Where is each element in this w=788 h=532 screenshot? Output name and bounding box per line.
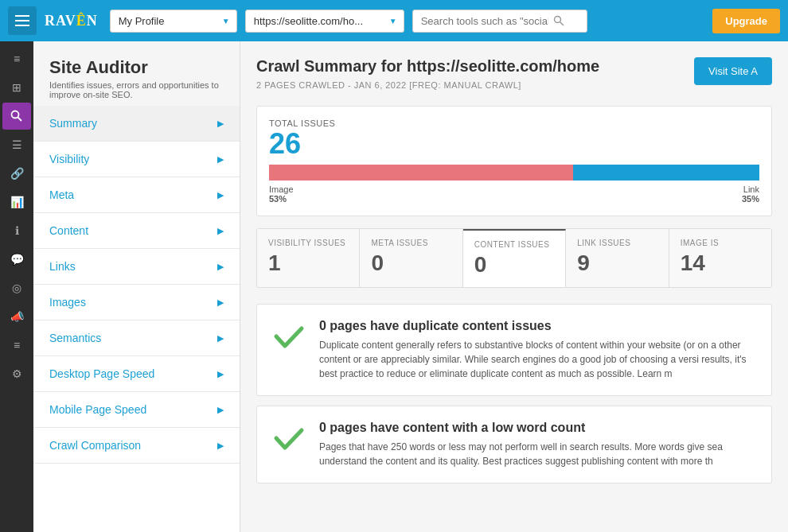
result-text-duplicate: Duplicate content generally refers to su…: [319, 338, 757, 381]
sidebar-item-meta[interactable]: Meta ▶: [33, 177, 240, 213]
total-issues-label: TOTAL ISSUES: [269, 118, 759, 128]
bar-labels: Image53% Link35%: [269, 184, 759, 204]
sidebar-arrow-visibility: ▶: [217, 154, 224, 165]
issue-card-visibility[interactable]: VISIBILITY ISSUES 1: [257, 229, 360, 287]
profile-dropdown-arrow: ▼: [222, 17, 230, 25]
sidebar-arrow-content: ▶: [217, 226, 224, 236]
issue-card-content[interactable]: CONTENT ISSUES 0: [463, 229, 566, 287]
visit-site-button[interactable]: Visit Site A: [694, 57, 772, 85]
content-issues-label: CONTENT ISSUES: [474, 240, 554, 249]
svg-point-2: [12, 111, 19, 118]
sidebar-icon-charts[interactable]: 📊: [2, 188, 31, 216]
issue-card-image[interactable]: IMAGE IS 14: [669, 229, 771, 287]
result-item-duplicate-content: 0 pages have duplicate content issues Du…: [256, 304, 772, 396]
sidebar-item-summary[interactable]: Summary ▶: [33, 106, 240, 142]
link-issues-number: 9: [577, 250, 657, 276]
sidebar-icon-chat[interactable]: 💬: [2, 246, 31, 273]
issues-bar: [269, 165, 759, 181]
issue-cards-row: VISIBILITY ISSUES 1 META ISSUES 0 CONTEN…: [256, 228, 772, 288]
sidebar-arrow-summary: ▶: [217, 118, 224, 129]
result-title-word-count: 0 pages have content with a low word cou…: [319, 421, 757, 435]
sidebar-item-links[interactable]: Links ▶: [33, 249, 240, 285]
sidebar-arrow-images: ▶: [217, 297, 224, 308]
sidebar-icon-dashboard[interactable]: ⊞: [2, 74, 31, 101]
app-logo: RAVÊN: [45, 13, 98, 29]
sidebar-label-visibility: Visibility: [49, 153, 89, 165]
sidebar-icon-menu[interactable]: ≡: [2, 45, 31, 72]
url-dropdown[interactable]: https://seolitte.com/ho... ▼: [245, 10, 404, 33]
sidebar-icon-reports[interactable]: ☰: [2, 131, 31, 158]
sidebar-icon-links[interactable]: 🔗: [2, 160, 31, 187]
icon-sidebar: ≡ ⊞ ☰ 🔗 📊 ℹ 💬 ◎ 📣 ≡ ⚙: [0, 41, 33, 532]
checkmark-icon-word-count: [271, 421, 306, 456]
sidebar-arrow-mobile-speed: ▶: [217, 405, 224, 415]
issues-summary-card: TOTAL ISSUES 26 Image53% Link35%: [256, 106, 772, 216]
sidebar-label-crawl-comparison: Crawl Comparison: [49, 439, 141, 452]
result-content-word-count: 0 pages have content with a low word cou…: [319, 421, 757, 468]
sidebar-label-content: Content: [49, 224, 88, 237]
url-dropdown-value: https://seolitte.com/ho...: [254, 15, 363, 27]
sidebar-label-semantics: Semantics: [49, 332, 101, 344]
search-icon: [553, 15, 564, 26]
sidebar-icon-settings[interactable]: ⚙: [2, 360, 31, 387]
upgrade-button[interactable]: Upgrade: [712, 9, 780, 33]
result-item-low-word-count: 0 pages have content with a low word cou…: [256, 406, 772, 483]
sidebar-item-content[interactable]: Content ▶: [33, 213, 240, 249]
result-content-duplicate: 0 pages have duplicate content issues Du…: [319, 319, 757, 381]
top-navigation: RAVÊN My Profile ▼ https://seolitte.com/…: [0, 0, 788, 41]
meta-issues-number: 0: [371, 250, 451, 276]
sidebar-icon-list[interactable]: ≡: [2, 332, 31, 359]
issue-card-meta[interactable]: META ISSUES 0: [360, 229, 462, 287]
sidebar-label-meta: Meta: [49, 188, 74, 201]
url-dropdown-arrow: ▼: [389, 17, 397, 25]
sidebar-arrow-meta: ▶: [217, 190, 224, 200]
bar-label-image: Image53%: [269, 184, 294, 204]
total-issues-number: 26: [269, 130, 759, 158]
sidebar-title: Site Auditor: [49, 57, 224, 78]
sidebar-label-links: Links: [49, 260, 76, 273]
sidebar-item-visibility[interactable]: Visibility ▶: [33, 142, 240, 177]
sidebar-item-desktop-speed[interactable]: Desktop Page Speed ▶: [33, 356, 240, 392]
content-area: Visit Site A Crawl Summary for https://s…: [240, 41, 788, 532]
bar-image-percent: 53%: [269, 194, 294, 204]
issue-card-link[interactable]: LINK ISSUES 9: [566, 229, 669, 287]
sidebar-item-images[interactable]: Images ▶: [33, 285, 240, 320]
svg-line-1: [560, 22, 564, 26]
sidebar-arrow-links: ▶: [217, 262, 224, 272]
content-issues-number: 0: [474, 252, 554, 278]
sidebar-item-crawl-comparison[interactable]: Crawl Comparison ▶: [33, 428, 240, 464]
bar-segment-link: [573, 165, 759, 181]
sidebar-arrow-desktop-speed: ▶: [217, 369, 224, 379]
bar-label-link: Link35%: [742, 184, 759, 204]
sidebar-label-mobile-speed: Mobile Page Speed: [49, 403, 146, 416]
visibility-issues-number: 1: [268, 250, 348, 276]
main-layout: ≡ ⊞ ☰ 🔗 📊 ℹ 💬 ◎ 📣 ≡ ⚙ Site Auditor Ident…: [0, 41, 788, 532]
sidebar-label-summary: Summary: [49, 117, 97, 130]
link-issues-label: LINK ISSUES: [577, 239, 657, 247]
magnify-icon: [10, 110, 23, 122]
sidebar-arrow-crawl-comparison: ▶: [217, 441, 224, 451]
sidebar-item-mobile-speed[interactable]: Mobile Page Speed ▶: [33, 392, 240, 428]
search-box[interactable]: [412, 10, 587, 33]
visibility-issues-label: VISIBILITY ISSUES: [268, 239, 348, 247]
sidebar-subtitle: Identifies issues, errors and opportunit…: [49, 80, 224, 99]
sidebar-icon-target[interactable]: ◎: [2, 274, 31, 301]
sidebar-icon-search[interactable]: [2, 103, 31, 130]
bar-segment-image: [269, 165, 573, 181]
result-text-word-count: Pages that have 250 words or less may no…: [319, 440, 757, 468]
sidebar-label-images: Images: [49, 296, 86, 309]
svg-line-3: [18, 118, 22, 122]
sidebar-label-desktop-speed: Desktop Page Speed: [49, 367, 154, 380]
sidebar-item-semantics[interactable]: Semantics ▶: [33, 320, 240, 356]
sidebar-icon-megaphone[interactable]: 📣: [2, 303, 31, 330]
main-sidebar: Site Auditor Identifies issues, errors a…: [33, 41, 240, 532]
content-header: Visit Site A Crawl Summary for https://s…: [256, 57, 772, 102]
hamburger-button[interactable]: [8, 6, 37, 35]
image-issues-number: 14: [681, 250, 760, 276]
result-title-duplicate: 0 pages have duplicate content issues: [319, 319, 757, 333]
svg-point-0: [554, 17, 560, 23]
profile-dropdown[interactable]: My Profile ▼: [110, 10, 237, 33]
search-input[interactable]: [421, 15, 548, 27]
bar-link-percent: 35%: [742, 194, 759, 204]
sidebar-icon-info[interactable]: ℹ: [2, 217, 31, 244]
